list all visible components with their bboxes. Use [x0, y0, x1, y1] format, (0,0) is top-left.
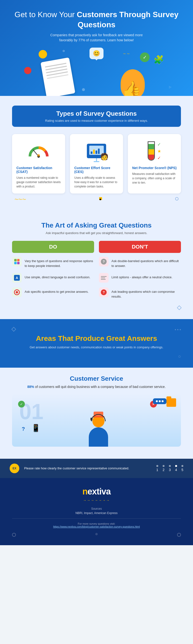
footer-section: nextiva →→→→→→→ Sources NBRI, Impact, Am… — [0, 478, 193, 545]
footer-divider — [12, 518, 181, 519]
do-text-3: Ask specific questions to get precise an… — [25, 288, 89, 294]
sources-label: Sources — [12, 507, 181, 510]
dont-text-1: Ask double-barreled questions which are … — [111, 257, 181, 268]
nps-desc: Measures overall satisfaction with a com… — [132, 172, 177, 185]
areas-subtitle: Get answers about customer needs, commun… — [12, 345, 181, 350]
document-illustration — [40, 58, 75, 96]
logo-container: nextiva →→→→→→→ — [12, 486, 181, 502]
wave-deco: 〜〜〜 — [14, 197, 26, 202]
rating-scale: 1 2 3 4 5 — [156, 465, 183, 472]
cs-stat-pct: 88% — [27, 385, 34, 389]
do-header: DO — [12, 241, 94, 253]
footer-ring-2 — [177, 533, 181, 537]
deco-red-circle — [24, 67, 31, 74]
limit-options-icon — [99, 273, 109, 283]
cs-person-illustration — [89, 415, 108, 447]
do-text-1: Vary the types of questions and response… — [25, 257, 94, 268]
dont-text-2: Limit options - always offer a neutral c… — [111, 273, 173, 280]
nextiva-logo: nextiva — [12, 486, 181, 497]
dont-item-3: ? Ask leading questions which can compro… — [99, 288, 181, 299]
footer-decos — [12, 533, 181, 537]
logo-n: n — [82, 486, 87, 496]
ring-deco — [63, 50, 65, 52]
rating-1[interactable]: 1 — [156, 465, 158, 472]
do-text-2: Use simple, direct language to avoid con… — [25, 273, 90, 280]
types-section: Types of Survey Questions Rating scales … — [0, 96, 193, 212]
nps-card: ✓ ★ ✓ Net Promoter Score® (NPS) Measures… — [128, 134, 181, 194]
csat-desc: Uses a numbered rating scale to gauge cu… — [16, 176, 61, 189]
footer-link[interactable]: https://www.nextiva.com/blog/customer-sa… — [12, 525, 181, 528]
triangle-deco: ▷ — [169, 85, 171, 89]
cs-title: Customer Service — [12, 375, 181, 382]
footer-ring-1 — [12, 533, 16, 537]
dont-text-3: Ask leading questions which can compromi… — [111, 288, 181, 299]
cs-stat-text: of customers will quit doing business wi… — [34, 385, 166, 389]
logo-underline-arrow: →→→→→→→ — [12, 498, 181, 502]
phone-icon: 📱 — [31, 424, 40, 432]
puzzle-icon: 🧩 — [154, 55, 164, 65]
cs-question-mark: ? — [22, 426, 25, 432]
header-subtitle: Companies that proactively ask for feedb… — [46, 32, 147, 43]
speech-dots-icon — [153, 398, 167, 404]
dot-2 — [163, 465, 165, 467]
dot-4 — [175, 465, 177, 467]
rating-4[interactable]: 4 — [175, 465, 177, 472]
target-icon — [12, 288, 22, 297]
dots-deco: • • • — [175, 328, 181, 332]
ces-icon: 🧑 — [74, 139, 119, 163]
cs-stat: 88% of customers will quit doing busines… — [12, 385, 181, 389]
survey-types-cards: Customer Satisfaction (CSAT) Uses a numb… — [12, 134, 181, 194]
speech-bubble-icon: 😊 — [89, 48, 104, 59]
scale-label-4: 4 — [175, 468, 177, 472]
headset-ear — [90, 418, 92, 420]
do-item-2: A Use simple, direct language to avoid c… — [12, 273, 94, 283]
ces-card: 🧑 Customer Effort Score (CES) Uses a dif… — [70, 134, 123, 194]
dot-1 — [156, 465, 158, 467]
scale-label-3: 3 — [169, 468, 171, 472]
gauge-svg — [28, 142, 49, 160]
dot2 — [159, 400, 161, 402]
logo-extiva: extiva — [87, 486, 111, 496]
nps-icon: ✓ ★ ✓ — [132, 139, 177, 163]
sources-text: NBRI, Impact, American Express — [12, 512, 181, 515]
rating-question: Please rate how clearly the customer ser… — [24, 466, 152, 470]
dont-item-2: Limit options - always offer a neutral c… — [99, 273, 181, 283]
example-badge: EX — [10, 464, 19, 473]
more-label: For more survey questions visit: — [12, 522, 181, 525]
cs-illustration: 01 ✓ ✕ ? 📱 — [12, 394, 181, 447]
header-illustration: 😊 🧩 ✓ 👍 ～～ ▷ — [14, 48, 179, 96]
leading-q-icon: ? — [99, 288, 109, 297]
do-item-3: Ask specific questions to get precise an… — [12, 288, 94, 297]
page-title: Get to Know Your Customers Through Surve… — [14, 10, 179, 30]
ces-desc: Uses a difficulty scale to assess how ea… — [74, 176, 119, 189]
csat-card: Customer Satisfaction (CSAT) Uses a numb… — [12, 134, 65, 194]
double-barrel-icon: ? — [99, 257, 109, 266]
art-subtitle: Ask impactful questions that will get yo… — [12, 231, 181, 235]
person-head — [92, 415, 104, 427]
art-deco — [12, 306, 181, 310]
nps-title: Net Promoter Score® (NPS) — [132, 166, 177, 170]
rating-5[interactable]: 5 — [182, 465, 183, 472]
types-title: Types of Survey Questions — [19, 110, 174, 118]
cs-section: Customer Service 88% of customers will q… — [0, 368, 193, 459]
rating-section: EX Please rate how clearly the customer … — [0, 459, 193, 478]
dot3 — [162, 400, 164, 402]
areas-title: Areas That Produce Great Answers — [12, 334, 181, 342]
areas-deco-top: • • • — [12, 328, 181, 332]
dot-deco: ● — [99, 197, 102, 200]
tri-deco-left — [11, 327, 16, 332]
areas-section: • • • Areas That Produce Great Answers G… — [0, 319, 193, 368]
do-column: DO Vary the types of questions and respo… — [12, 241, 94, 304]
circle-deco: ○ — [178, 354, 181, 359]
deco-check-circle: ✓ — [140, 52, 150, 62]
rating-2[interactable]: 2 — [163, 465, 165, 472]
svg-point-2 — [37, 154, 40, 157]
ring-deco2 — [175, 197, 179, 200]
scale-label-2: 2 — [163, 468, 165, 472]
rating-3[interactable]: 3 — [169, 465, 171, 472]
scale-label-5: 5 — [182, 468, 183, 472]
types-header-box: Types of Survey Questions Rating scales … — [12, 106, 181, 127]
nps-tube — [148, 141, 155, 161]
do-item-1: Vary the types of questions and response… — [12, 257, 94, 268]
areas-deco-bottom: ○ — [12, 354, 181, 359]
